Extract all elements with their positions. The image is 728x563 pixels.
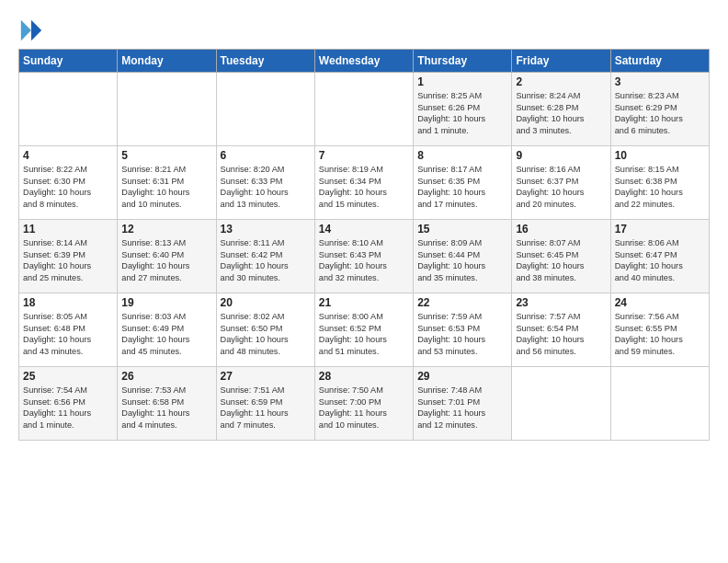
calendar-cell: 5Sunrise: 8:21 AM Sunset: 6:31 PM Daylig… [118, 145, 216, 219]
logo [18, 17, 45, 40]
calendar-cell: 14Sunrise: 8:10 AM Sunset: 6:43 PM Dayli… [314, 219, 413, 293]
day-number: 12 [121, 223, 211, 236]
calendar-cell [610, 366, 709, 440]
day-number: 2 [516, 75, 606, 88]
day-number: 18 [23, 296, 113, 309]
day-detail: Sunrise: 8:07 AM Sunset: 6:45 PM Dayligh… [516, 237, 606, 285]
calendar-header-row: SundayMondayTuesdayWednesdayThursdayFrid… [19, 49, 710, 72]
header-wednesday: Wednesday [314, 49, 413, 72]
day-detail: Sunrise: 7:59 AM Sunset: 6:53 PM Dayligh… [417, 311, 507, 359]
day-detail: Sunrise: 8:06 AM Sunset: 6:47 PM Dayligh… [615, 237, 705, 285]
day-detail: Sunrise: 7:54 AM Sunset: 6:56 PM Dayligh… [23, 385, 113, 432]
day-detail: Sunrise: 7:56 AM Sunset: 6:55 PM Dayligh… [615, 311, 705, 359]
day-number: 29 [417, 370, 507, 383]
svg-marker-1 [21, 20, 31, 40]
header-sunday: Sunday [19, 49, 118, 72]
day-number: 8 [417, 149, 507, 162]
calendar-cell: 15Sunrise: 8:09 AM Sunset: 6:44 PM Dayli… [414, 219, 512, 293]
day-detail: Sunrise: 8:17 AM Sunset: 6:35 PM Dayligh… [417, 164, 507, 212]
calendar-week-row: 11Sunrise: 8:14 AM Sunset: 6:39 PM Dayli… [19, 219, 710, 293]
calendar-cell: 27Sunrise: 7:51 AM Sunset: 6:59 PM Dayli… [216, 366, 314, 440]
calendar-cell: 22Sunrise: 7:59 AM Sunset: 6:53 PM Dayli… [414, 293, 512, 366]
day-detail: Sunrise: 8:11 AM Sunset: 6:42 PM Dayligh… [221, 237, 311, 285]
day-number: 3 [615, 75, 705, 88]
day-number: 19 [121, 296, 211, 309]
header-saturday: Saturday [610, 49, 709, 72]
calendar-week-row: 25Sunrise: 7:54 AM Sunset: 6:56 PM Dayli… [19, 366, 710, 440]
day-number: 25 [23, 370, 113, 383]
day-number: 15 [417, 223, 507, 236]
calendar-cell: 2Sunrise: 8:24 AM Sunset: 6:28 PM Daylig… [512, 72, 610, 145]
day-detail: Sunrise: 8:03 AM Sunset: 6:49 PM Dayligh… [121, 311, 211, 359]
day-detail: Sunrise: 8:13 AM Sunset: 6:40 PM Dayligh… [121, 237, 211, 285]
day-number: 20 [221, 296, 311, 309]
calendar-week-row: 4Sunrise: 8:22 AM Sunset: 6:30 PM Daylig… [19, 145, 710, 219]
day-number: 27 [221, 370, 311, 383]
calendar-cell [216, 72, 314, 145]
calendar-cell: 20Sunrise: 8:02 AM Sunset: 6:50 PM Dayli… [216, 293, 314, 366]
calendar-cell: 18Sunrise: 8:05 AM Sunset: 6:48 PM Dayli… [19, 293, 118, 366]
calendar-cell: 24Sunrise: 7:56 AM Sunset: 6:55 PM Dayli… [610, 293, 709, 366]
header-tuesday: Tuesday [216, 49, 314, 72]
day-detail: Sunrise: 7:50 AM Sunset: 7:00 PM Dayligh… [319, 385, 409, 432]
calendar-cell: 6Sunrise: 8:20 AM Sunset: 6:33 PM Daylig… [216, 145, 314, 219]
calendar-cell: 10Sunrise: 8:15 AM Sunset: 6:38 PM Dayli… [610, 145, 709, 219]
day-number: 22 [417, 296, 507, 309]
calendar-cell: 7Sunrise: 8:19 AM Sunset: 6:34 PM Daylig… [314, 145, 413, 219]
day-number: 6 [221, 149, 311, 162]
calendar-cell: 28Sunrise: 7:50 AM Sunset: 7:00 PM Dayli… [314, 366, 413, 440]
calendar-cell: 26Sunrise: 7:53 AM Sunset: 6:58 PM Dayli… [118, 366, 216, 440]
calendar-cell: 12Sunrise: 8:13 AM Sunset: 6:40 PM Dayli… [118, 219, 216, 293]
day-number: 28 [319, 370, 409, 383]
day-number: 16 [516, 223, 606, 236]
day-number: 7 [319, 149, 409, 162]
calendar-cell: 21Sunrise: 8:00 AM Sunset: 6:52 PM Dayli… [314, 293, 413, 366]
calendar-cell: 25Sunrise: 7:54 AM Sunset: 6:56 PM Dayli… [19, 366, 118, 440]
calendar-cell: 1Sunrise: 8:25 AM Sunset: 6:26 PM Daylig… [414, 72, 512, 145]
calendar-cell: 11Sunrise: 8:14 AM Sunset: 6:39 PM Dayli… [19, 219, 118, 293]
day-number: 23 [516, 296, 606, 309]
calendar-cell: 3Sunrise: 8:23 AM Sunset: 6:29 PM Daylig… [610, 72, 709, 145]
day-detail: Sunrise: 8:25 AM Sunset: 6:26 PM Dayligh… [417, 90, 507, 138]
day-number: 17 [615, 223, 705, 236]
day-number: 14 [319, 223, 409, 236]
day-number: 13 [221, 223, 311, 236]
day-detail: Sunrise: 8:00 AM Sunset: 6:52 PM Dayligh… [319, 311, 409, 359]
day-detail: Sunrise: 8:24 AM Sunset: 6:28 PM Dayligh… [516, 90, 606, 138]
calendar-cell: 19Sunrise: 8:03 AM Sunset: 6:49 PM Dayli… [118, 293, 216, 366]
calendar-cell: 13Sunrise: 8:11 AM Sunset: 6:42 PM Dayli… [216, 219, 314, 293]
calendar-cell [314, 72, 413, 145]
day-detail: Sunrise: 8:23 AM Sunset: 6:29 PM Dayligh… [615, 90, 705, 138]
calendar-cell: 4Sunrise: 8:22 AM Sunset: 6:30 PM Daylig… [19, 145, 118, 219]
calendar-cell: 16Sunrise: 8:07 AM Sunset: 6:45 PM Dayli… [512, 219, 610, 293]
day-detail: Sunrise: 7:48 AM Sunset: 7:01 PM Dayligh… [417, 385, 507, 432]
day-number: 1 [417, 75, 507, 88]
calendar-table: SundayMondayTuesdayWednesdayThursdayFrid… [18, 49, 710, 441]
day-detail: Sunrise: 8:15 AM Sunset: 6:38 PM Dayligh… [615, 164, 705, 212]
calendar-week-row: 18Sunrise: 8:05 AM Sunset: 6:48 PM Dayli… [19, 293, 710, 366]
day-detail: Sunrise: 8:19 AM Sunset: 6:34 PM Dayligh… [319, 164, 409, 212]
svg-marker-0 [31, 20, 41, 40]
calendar-week-row: 1Sunrise: 8:25 AM Sunset: 6:26 PM Daylig… [19, 72, 710, 145]
page-header [18, 17, 710, 40]
day-number: 9 [516, 149, 606, 162]
day-number: 4 [23, 149, 113, 162]
header-thursday: Thursday [414, 49, 512, 72]
day-number: 26 [121, 370, 211, 383]
calendar-cell [512, 366, 610, 440]
day-number: 11 [23, 223, 113, 236]
calendar-cell [118, 72, 216, 145]
day-detail: Sunrise: 7:51 AM Sunset: 6:59 PM Dayligh… [221, 385, 311, 432]
day-detail: Sunrise: 8:21 AM Sunset: 6:31 PM Dayligh… [121, 164, 211, 212]
calendar-cell: 23Sunrise: 7:57 AM Sunset: 6:54 PM Dayli… [512, 293, 610, 366]
day-detail: Sunrise: 8:02 AM Sunset: 6:50 PM Dayligh… [221, 311, 311, 359]
day-detail: Sunrise: 8:10 AM Sunset: 6:43 PM Dayligh… [319, 237, 409, 285]
header-monday: Monday [118, 49, 216, 72]
day-detail: Sunrise: 8:09 AM Sunset: 6:44 PM Dayligh… [417, 237, 507, 285]
calendar-cell: 17Sunrise: 8:06 AM Sunset: 6:47 PM Dayli… [610, 219, 709, 293]
day-detail: Sunrise: 8:05 AM Sunset: 6:48 PM Dayligh… [23, 311, 113, 359]
day-number: 5 [121, 149, 211, 162]
day-detail: Sunrise: 8:16 AM Sunset: 6:37 PM Dayligh… [516, 164, 606, 212]
header-friday: Friday [512, 49, 610, 72]
day-number: 21 [319, 296, 409, 309]
